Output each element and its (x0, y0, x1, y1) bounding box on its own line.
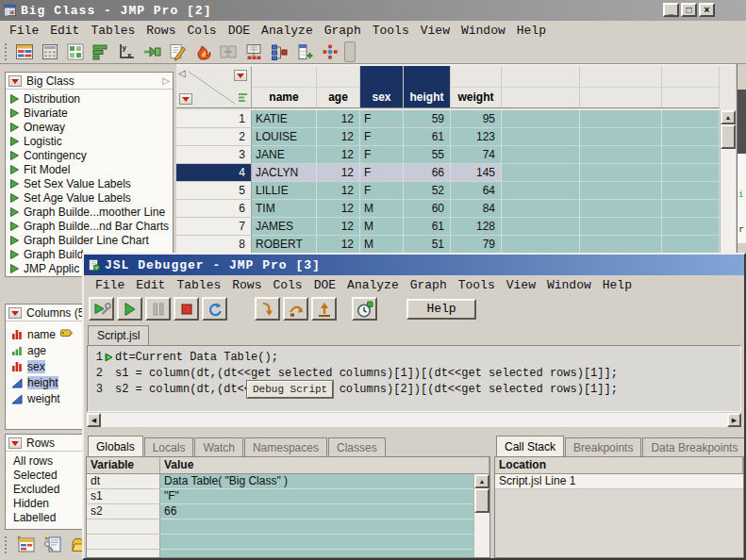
step-into-button[interactable] (255, 297, 280, 321)
data-cell[interactable]: 12 (317, 110, 360, 128)
table-panel-menu-icon[interactable] (8, 75, 22, 87)
data-cell[interactable]: 51 (404, 236, 451, 253)
row-number-cell[interactable]: 5 (176, 182, 252, 200)
empty-cell[interactable] (662, 146, 720, 164)
main-menu-file[interactable]: File (4, 23, 44, 39)
main-menu-edit[interactable]: Edit (44, 23, 85, 39)
step-out-button[interactable] (311, 297, 337, 321)
value-column-header[interactable]: Value (160, 457, 489, 473)
data-cell[interactable]: LOUISE (252, 128, 317, 146)
tab-watch[interactable]: Watch (194, 437, 243, 456)
empty-cell[interactable] (580, 236, 662, 253)
table-script-item[interactable]: Set Age Value Labels (6, 190, 173, 205)
pause-button[interactable] (145, 297, 171, 321)
data-cell[interactable]: 95 (451, 110, 502, 128)
data-cell[interactable]: JACLYN (252, 164, 317, 182)
close-button[interactable]: × (699, 3, 715, 17)
data-cell[interactable]: F (360, 164, 404, 182)
maximize-button[interactable]: □ (681, 3, 697, 17)
scroll-right-button[interactable]: ▶ (727, 413, 741, 427)
empty-column-header[interactable] (662, 66, 720, 108)
empty-cell[interactable] (502, 110, 580, 128)
column-header-sex[interactable]: sex (360, 66, 404, 108)
table-script-item[interactable]: Contingency (6, 148, 173, 162)
data-cell[interactable]: 12 (317, 146, 360, 164)
grid-corner-cell[interactable]: ◁ (176, 66, 252, 108)
empty-cell[interactable] (502, 164, 580, 182)
data-cell[interactable]: 74 (451, 146, 502, 164)
call-stack-location-row[interactable]: Script.jsl Line 1 (495, 474, 743, 489)
tab-namespaces[interactable]: Namespaces (244, 437, 327, 456)
main-window-titlebar[interactable]: Big Class - JMP Pro [2] _ □ × (0, 0, 746, 21)
data-cell[interactable]: M (360, 218, 404, 236)
data-cell[interactable]: F (360, 110, 404, 128)
table-script-item[interactable]: Distribution (6, 91, 173, 106)
rows-panel-menu-icon[interactable] (8, 437, 22, 449)
empty-cell[interactable] (662, 128, 720, 146)
row-number-cell[interactable]: 7 (176, 218, 252, 236)
scroll-up-button[interactable]: ▲ (721, 110, 736, 124)
run-button[interactable] (117, 297, 142, 321)
empty-cell[interactable] (662, 218, 720, 236)
tab-classes[interactable]: Classes (328, 437, 386, 456)
stop-button[interactable] (174, 297, 199, 321)
new-data-table-icon[interactable] (15, 534, 38, 555)
line-number[interactable]: 1 (91, 351, 103, 364)
column-header-height[interactable]: height (404, 66, 451, 108)
variable-row-s2[interactable]: s266 (87, 504, 489, 519)
data-cell[interactable]: F (360, 128, 404, 146)
columns-menu-icon[interactable] (234, 70, 247, 81)
distribution-icon[interactable] (64, 41, 87, 62)
script-horizontal-scrollbar[interactable]: ◀ ▶ (87, 413, 741, 427)
variable-row-dt[interactable]: dtData Table( "Big Class" ) (87, 474, 489, 489)
main-menu-window[interactable]: Window (456, 23, 511, 39)
hierarchy-icon[interactable] (268, 41, 290, 62)
main-menu-rows[interactable]: Rows (141, 23, 181, 39)
main-menu-analyze[interactable]: Analyze (256, 23, 319, 39)
debugger-menu-tools[interactable]: Tools (453, 277, 501, 293)
breakpoint-timer-button[interactable] (352, 297, 377, 321)
table-script-item[interactable]: Graph Builder Line Chart (6, 233, 173, 247)
data-cell[interactable]: ROBERT (252, 236, 317, 253)
tab-globals[interactable]: Globals (88, 436, 143, 456)
help-button[interactable]: Help (406, 299, 476, 320)
data-cell[interactable]: 66 (404, 164, 451, 182)
data-cell[interactable]: LILLIE (252, 182, 317, 200)
empty-cell[interactable] (662, 182, 720, 200)
empty-cell[interactable] (662, 110, 720, 128)
data-cell[interactable]: 64 (451, 182, 502, 200)
row-number-cell[interactable]: 2 (176, 128, 252, 146)
stack-table-icon[interactable] (242, 41, 265, 62)
data-cell[interactable]: 145 (451, 164, 502, 182)
grid-vertical-scrollbar[interactable]: ▲ (720, 110, 736, 253)
row-number-cell[interactable]: 8 (176, 236, 252, 253)
data-cell[interactable]: 52 (404, 182, 451, 200)
new-column-icon[interactable] (293, 41, 316, 62)
data-cell[interactable]: 123 (451, 128, 502, 146)
table-script-item[interactable]: Bivariate (6, 106, 173, 120)
empty-cell[interactable] (580, 218, 662, 236)
data-cell[interactable]: 55 (404, 146, 451, 164)
minimize-button[interactable]: _ (663, 3, 679, 17)
empty-cell[interactable] (502, 128, 580, 146)
data-cell[interactable]: JANE (252, 146, 317, 164)
row-number-cell[interactable]: 6 (176, 200, 252, 218)
empty-cell[interactable] (580, 200, 662, 218)
open-data-table-icon[interactable] (13, 41, 36, 62)
column-header-age[interactable]: age (317, 66, 360, 108)
step-over-button[interactable] (283, 297, 308, 321)
table-script-item[interactable]: Logistic (6, 134, 173, 148)
rows-menu-icon[interactable] (179, 93, 192, 105)
column-header-weight[interactable]: weight (451, 66, 502, 108)
main-menu-tools[interactable]: Tools (367, 23, 415, 39)
empty-column-header[interactable] (502, 66, 580, 108)
toolbar-grip[interactable] (4, 535, 8, 554)
main-menu-help[interactable]: Help (511, 23, 552, 39)
bar-chart-icon[interactable] (90, 41, 112, 62)
location-column-header[interactable]: Location (495, 457, 743, 473)
calculator-icon[interactable] (39, 41, 61, 62)
main-menu-tables[interactable]: Tables (85, 23, 141, 39)
join-tables-icon[interactable] (217, 41, 240, 62)
fit-y-by-x-icon[interactable]: yx (115, 41, 138, 62)
data-cell[interactable]: 12 (317, 218, 360, 236)
